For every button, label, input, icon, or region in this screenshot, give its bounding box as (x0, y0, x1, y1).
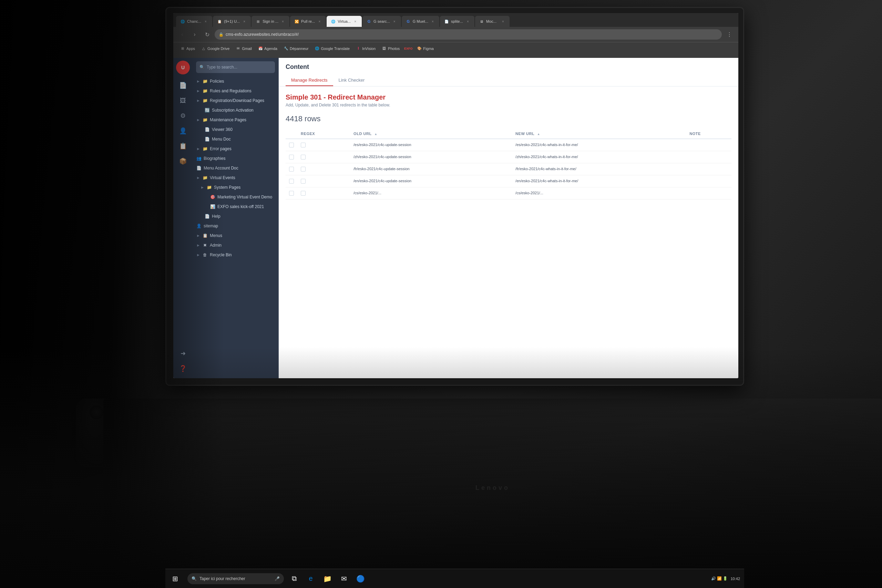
bookmark-gmail[interactable]: ✉ Gmail (233, 45, 255, 52)
taskbar-icon-taskview[interactable]: ⧉ (286, 571, 302, 586)
keyboard-area: Lenovo (104, 399, 882, 588)
tree-item-recyclebin[interactable]: ▶ 🗑 Recycle Bin (193, 250, 278, 260)
browser-tab-2[interactable]: 📋 (9+1) U... × (213, 16, 251, 27)
rail-icon-media[interactable]: 🖼 (176, 94, 190, 108)
tree-label-admin: Admin (210, 243, 275, 248)
bookmark-photos[interactable]: 🖼 Photos (379, 45, 402, 52)
taskbar-search-text: Taper ici pour rechercher (200, 576, 245, 581)
tree-item-policies[interactable]: ▶ 📁 Policies (193, 76, 278, 86)
tree-item-biographies[interactable]: 👥 Biographies (193, 154, 278, 163)
chevron-menus: ▶ (196, 234, 200, 238)
tab-close-5[interactable]: × (353, 19, 358, 24)
bookmark-figma[interactable]: 🎨 Figma (414, 45, 436, 52)
browser-tab-1[interactable]: 🌐 Chanc... × (176, 16, 212, 27)
bookmark-agenda[interactable]: 📅 Agenda (255, 45, 280, 52)
tree-item-exfosales[interactable]: 📊 EXFO sales kick-off 2021 (193, 202, 278, 212)
th-new-url[interactable]: NEW URL ▲ (512, 129, 686, 139)
browser-tab-4[interactable]: 🔀 Pull re... × (290, 16, 326, 27)
tab-manage-redirects[interactable]: Manage Redirects (286, 75, 333, 86)
tree-item-sitemap[interactable]: 👤 sitemap ••• (193, 221, 278, 231)
address-bar[interactable]: 🔒 cms-exfo.azurewebsites.net/umbraco/#/ (214, 29, 722, 40)
back-button[interactable]: ‹ (177, 30, 187, 39)
th-old-url[interactable]: OLD URL ▲ (350, 129, 512, 139)
tab-close-7[interactable]: × (430, 19, 435, 24)
extensions-button[interactable]: ⋮ (724, 30, 734, 39)
forward-button[interactable]: › (190, 30, 200, 39)
row2-checkbox[interactable] (289, 154, 294, 159)
browser-tab-7[interactable]: G G Muet... × (402, 16, 439, 27)
tree-item-menudoc[interactable]: 📄 Menu Doc (193, 134, 278, 144)
content-title: Content (286, 63, 732, 70)
browser-toolbar: ‹ › ↻ 🔒 cms-exfo.azurewebsites.net/umbra… (173, 27, 738, 42)
reload-button[interactable]: ↻ (202, 30, 212, 39)
tree-item-viewer360[interactable]: 📄 Viewer 360 (193, 125, 278, 134)
browser-tab-5[interactable]: 🌐 Virtua... × (327, 16, 362, 27)
tab-close-3[interactable]: × (280, 19, 285, 24)
tree-scroll[interactable]: ▶ 📁 Policies ▶ 📁 Rules and Regulations (193, 76, 278, 378)
tree-item-maintenance[interactable]: ▶ 📁 Maintenance Pages (193, 115, 278, 125)
bookmark-invision[interactable]: I InVision (353, 45, 378, 52)
rail-icon-redirect[interactable]: ➜ (176, 346, 190, 360)
rail-icon-forms[interactable]: 📋 (176, 139, 190, 153)
tree-item-systempages[interactable]: ▶ 📁 System Pages (193, 183, 278, 192)
bookmark-googledrive[interactable]: △ Google Drive (198, 45, 232, 52)
rail-icon-deploy[interactable]: 📦 (176, 154, 190, 168)
table-row: /cs/esko-2021/... /cs/esko-2021/... (286, 188, 732, 200)
tree-item-marketingevent[interactable]: 🎯 Marketing Virtual Event Demo (193, 192, 278, 202)
tab-close-4[interactable]: × (317, 19, 322, 24)
tab-close-2[interactable]: × (242, 19, 247, 24)
chevron-rules: ▶ (196, 89, 200, 93)
tree-item-virtualevents[interactable]: ▶ 📁 Virtual Events (193, 173, 278, 183)
rail-icon-users[interactable]: 👤 (176, 124, 190, 138)
tab-favicon-4: 🔀 (294, 19, 299, 24)
taskbar-icon-explorer[interactable]: 📁 (320, 571, 335, 586)
tab-close-8[interactable]: × (465, 19, 470, 24)
taskbar-search[interactable]: 🔍 Taper ici pour rechercher 🎤 (188, 573, 284, 584)
row4-checkbox[interactable] (289, 179, 294, 184)
tree-item-admin[interactable]: ▶ ✖ Admin (193, 240, 278, 250)
tab-link-checker[interactable]: Link Checker (333, 75, 370, 86)
row3-checkbox-cell (286, 163, 297, 176)
row3-checkbox[interactable] (289, 167, 294, 171)
start-button[interactable]: ⊞ (165, 569, 184, 588)
browser-tab-6[interactable]: G G searc... × (363, 16, 401, 27)
tree-item-menus[interactable]: ▶ 📋 Menus (193, 231, 278, 240)
taskbar-icon-mail[interactable]: ✉ (336, 571, 351, 586)
row5-regex-checkbox[interactable] (301, 191, 306, 196)
rail-icon-settings[interactable]: ⚙ (176, 109, 190, 123)
rail-icon-help[interactable]: ❓ (176, 362, 190, 375)
th-regex[interactable]: REGEX (297, 129, 350, 139)
tab-close-6[interactable]: × (392, 19, 397, 24)
bookmark-icon-agenda: 📅 (258, 46, 263, 51)
bookmark-apps[interactable]: ⊞ Apps (177, 45, 198, 52)
laptop-screen: 🌐 Chanc... × 📋 (9+1) U... × ⊞ Sign in ..… (173, 13, 738, 378)
rail-icon-content[interactable]: 📄 (176, 78, 190, 92)
laptop-brand: Lenovo (476, 484, 510, 492)
taskbar-icon-edge[interactable]: e (303, 571, 318, 586)
bookmark-exfo[interactable]: EXFO (403, 45, 413, 52)
row1-regex-checkbox[interactable] (301, 142, 306, 147)
tree-label-rules: Rules and Regulations (210, 88, 275, 93)
tree-item-help[interactable]: 📄 Help ••• (193, 212, 278, 221)
tree-item-registration[interactable]: ▶ 📁 Registration/Download Pages (193, 96, 278, 105)
browser-tab-3[interactable]: ⊞ Sign in ... × (252, 16, 290, 27)
row5-checkbox[interactable] (289, 191, 294, 196)
row2-regex-checkbox[interactable] (301, 154, 306, 159)
bookmark-depanneur[interactable]: 🔧 Dépanneur (281, 45, 311, 52)
tree-item-rules[interactable]: ▶ 📁 Rules and Regulations (193, 86, 278, 96)
row3-new-url: /fr/esko-2021/c4c-whats-in-it-for-me/ (512, 163, 686, 176)
taskbar-icon-chrome[interactable]: 🔵 (353, 571, 368, 586)
laptop: 🌐 Chanc... × 📋 (9+1) U... × ⊞ Sign in ..… (165, 7, 751, 420)
search-box[interactable]: 🔍 Type to search... (196, 62, 275, 73)
tree-item-subscription[interactable]: 🔄 Subscription Activation (193, 105, 278, 115)
tree-item-menuaccountdoc[interactable]: 📄 Menu Account Doc (193, 163, 278, 173)
row3-regex-checkbox[interactable] (301, 167, 306, 171)
tab-close-1[interactable]: × (203, 19, 208, 24)
row1-checkbox[interactable] (289, 142, 294, 147)
tab-close-9[interactable]: × (501, 19, 506, 24)
bookmark-translate[interactable]: 🌐 Google Translate (312, 45, 352, 52)
browser-tab-9[interactable]: 🖥 Moc... × (475, 16, 510, 27)
row4-regex-checkbox[interactable] (301, 179, 306, 184)
browser-tab-8[interactable]: 📄 splite... × (440, 16, 474, 27)
tree-item-errorpages[interactable]: ▶ 📁 Error pages (193, 144, 278, 154)
